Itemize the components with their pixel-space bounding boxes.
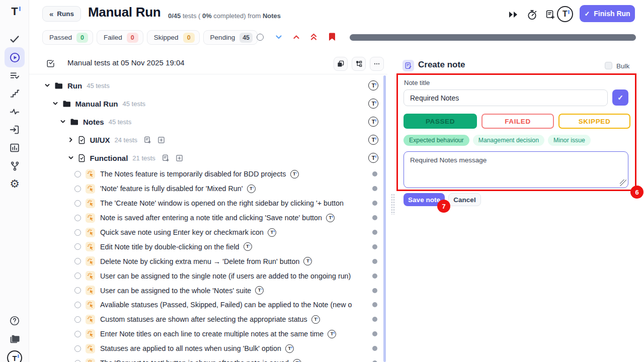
test-report-logo-icon[interactable]: T — [285, 344, 294, 353]
nav-pulls-icon[interactable] — [5, 120, 25, 140]
test-report-logo-icon[interactable]: T — [255, 286, 264, 295]
test-status-circle-icon[interactable] — [74, 200, 81, 207]
nav-settings-icon[interactable]: ⚙ — [5, 174, 25, 194]
test-row[interactable]: Avaliable statuses (Passed, Skipped, Fai… — [29, 298, 382, 312]
chevron-icon[interactable] — [68, 137, 74, 143]
suite-add-note-icon[interactable] — [162, 154, 170, 162]
bookmark-icon[interactable] — [328, 32, 336, 42]
test-pending-dot-icon[interactable] — [372, 244, 377, 249]
suite-report-logo-icon[interactable]: T — [368, 135, 378, 145]
chevron-icon[interactable] — [60, 119, 66, 125]
expand-down-icon[interactable] — [275, 34, 282, 40]
test-row[interactable]: User can be assigned to the whole 'Notes… — [29, 283, 382, 298]
test-pending-dot-icon[interactable] — [372, 331, 377, 336]
copy-tests-button[interactable] — [334, 57, 348, 71]
test-status-circle-icon[interactable] — [74, 287, 81, 294]
test-status-circle-icon[interactable] — [74, 229, 81, 236]
test-report-logo-icon[interactable]: T — [328, 330, 336, 338]
suite-row[interactable]: Functional 21 tests T — [29, 149, 382, 167]
nav-projects-icon[interactable] — [5, 329, 25, 349]
back-to-runs-button[interactable]: « Runs — [42, 6, 81, 22]
test-pending-dot-icon[interactable] — [372, 201, 377, 206]
test-pending-dot-icon[interactable] — [372, 186, 377, 191]
suite-row[interactable]: Run 45 tests T — [29, 76, 382, 95]
suite-add-note-icon[interactable] — [143, 136, 152, 144]
note-title-input[interactable] — [404, 89, 608, 106]
test-status-circle-icon[interactable] — [74, 243, 81, 250]
chevron-icon[interactable] — [68, 155, 74, 161]
test-report-logo-icon[interactable]: T — [326, 214, 335, 222]
test-pending-dot-icon[interactable] — [372, 346, 377, 351]
chevron-icon[interactable] — [52, 101, 58, 107]
test-pending-dot-icon[interactable] — [372, 288, 377, 293]
test-pending-dot-icon[interactable] — [372, 259, 377, 264]
finish-run-button[interactable]: ✓ Finish Run — [580, 5, 635, 22]
test-status-circle-icon[interactable] — [74, 331, 81, 337]
chevron-icon[interactable] — [44, 82, 50, 88]
test-status-circle-icon[interactable] — [74, 186, 81, 192]
note-message-textarea[interactable]: Required Notes message — [404, 151, 628, 188]
status-filter-chip[interactable]: Passed 0 — [42, 30, 93, 45]
test-report-logo-icon[interactable]: T — [290, 170, 299, 178]
test-row[interactable]: 'Note' feature is fully disabled for 'Mi… — [29, 182, 382, 196]
bulk-checkbox[interactable] — [605, 62, 612, 69]
more-options-button[interactable] — [370, 57, 384, 71]
suite-row[interactable]: UI/UX 24 tests T — [29, 131, 382, 149]
test-row[interactable]: Edit Note title by double-clicking on th… — [29, 239, 382, 254]
test-pending-dot-icon[interactable] — [372, 171, 377, 176]
test-row[interactable]: Custom statuses are shown after selectin… — [29, 312, 382, 327]
test-row[interactable]: Statuses are applied to all notes when u… — [29, 341, 382, 356]
suite-report-logo-icon[interactable]: T — [368, 117, 378, 127]
status-filter-chip[interactable]: Failed 0 — [97, 30, 143, 45]
quick-save-check-button[interactable]: ✓ — [612, 89, 628, 106]
suite-add-test-icon[interactable] — [157, 136, 165, 144]
suite-row[interactable]: Notes 45 tests T — [29, 113, 382, 131]
test-report-logo-icon[interactable]: T — [268, 228, 276, 237]
nav-test-plans-icon[interactable] — [5, 65, 25, 85]
collapse-up-icon[interactable] — [293, 34, 300, 40]
collapse-all-icon[interactable] — [310, 32, 317, 41]
nav-activity-icon[interactable] — [5, 102, 25, 122]
test-row[interactable]: Enter Note titles on each line to create… — [29, 327, 382, 341]
nav-checks-icon[interactable] — [5, 29, 25, 49]
test-row[interactable]: Note is saved after entering a note titl… — [29, 211, 382, 225]
note-status-button[interactable]: PASSED — [404, 114, 477, 129]
rail-bottom-logo-icon[interactable]: T — [5, 348, 25, 362]
test-report-logo-icon[interactable]: T — [311, 315, 320, 324]
test-report-logo-icon[interactable]: T — [293, 359, 301, 362]
nav-runs-icon[interactable] — [5, 47, 25, 67]
test-status-circle-icon[interactable] — [74, 302, 81, 308]
profile-logo-icon[interactable]: T — [557, 6, 573, 22]
add-note-icon[interactable] — [544, 9, 556, 21]
test-status-circle-icon[interactable] — [74, 215, 81, 221]
suite-row[interactable]: Manual Run 45 tests T — [29, 95, 382, 113]
test-row[interactable]: The 'Create Note' window is opened on th… — [29, 196, 382, 211]
test-row[interactable]: Quick save note using Enter key or check… — [29, 225, 382, 240]
test-pending-dot-icon[interactable] — [372, 274, 377, 279]
nav-branches-icon[interactable] — [5, 156, 25, 176]
nav-help-icon[interactable] — [5, 311, 25, 331]
unchecked-status-icon[interactable] — [257, 34, 264, 41]
timer-icon[interactable] — [526, 9, 538, 21]
fast-forward-icon[interactable] — [507, 9, 519, 21]
panel-resize-handle[interactable] — [391, 194, 395, 215]
tree-view-button[interactable] — [352, 57, 366, 71]
test-status-circle-icon[interactable] — [74, 273, 81, 279]
test-report-logo-icon[interactable]: T — [303, 257, 312, 265]
status-filter-chip[interactable]: Pending 45 — [203, 30, 258, 45]
test-pending-dot-icon[interactable] — [372, 215, 377, 220]
test-row[interactable]: User can be assigned to the single note … — [29, 268, 382, 283]
test-pending-dot-icon[interactable] — [372, 317, 377, 322]
app-logo-icon[interactable]: T — [0, 4, 29, 19]
test-status-circle-icon[interactable] — [74, 345, 81, 352]
test-status-circle-icon[interactable] — [74, 258, 81, 264]
test-row[interactable]: Delete Note by clicking extra menu → 'De… — [29, 254, 382, 268]
test-pending-dot-icon[interactable] — [372, 230, 377, 235]
note-tag[interactable]: Expected behaviour — [404, 135, 469, 146]
test-pending-dot-icon[interactable] — [372, 302, 377, 307]
note-status-button[interactable]: SKIPPED — [558, 114, 630, 129]
test-row[interactable]: The Notes feature is temporarily disable… — [29, 167, 382, 182]
nav-steps-icon[interactable] — [5, 83, 25, 104]
test-status-circle-icon[interactable] — [74, 360, 81, 362]
suite-report-logo-icon[interactable]: T — [368, 99, 378, 109]
